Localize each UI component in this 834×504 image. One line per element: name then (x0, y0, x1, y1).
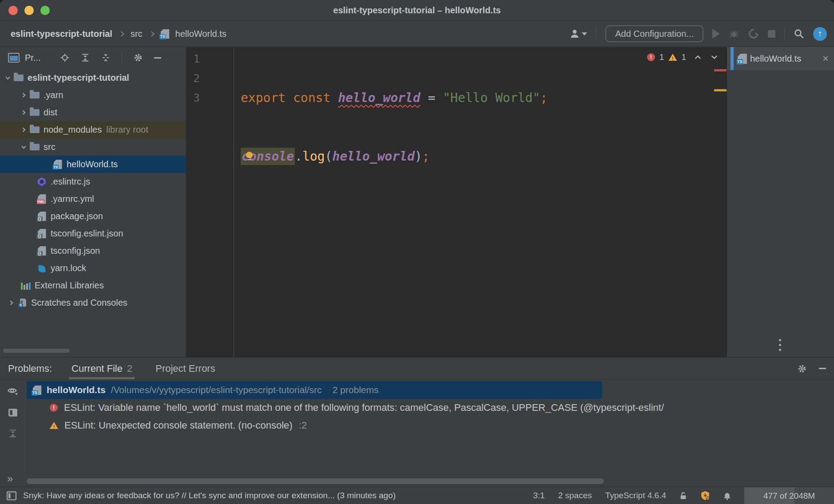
project-tool-icon (8, 53, 20, 63)
preview-pane-icon[interactable] (8, 408, 18, 417)
more-vertical-icon[interactable] (779, 339, 781, 351)
code-token-error: hello_world (338, 91, 420, 105)
problems-file-row[interactable]: TS helloWorld.ts /Volumes/v/yytypescript… (27, 381, 602, 399)
tree-item-node-modules[interactable]: node_modules library root (0, 121, 186, 138)
tree-item-label: tsconfig.json (51, 246, 100, 256)
caret-position[interactable]: 3:1 (533, 491, 544, 500)
bell-icon[interactable] (723, 492, 731, 500)
tree-item-package-json[interactable]: {} package.json (0, 208, 186, 225)
editor-gutter[interactable]: 1 2 3 (186, 47, 234, 357)
folder-icon (29, 125, 40, 135)
collapse-all-icon[interactable] (8, 429, 17, 437)
hide-panel-icon[interactable] (154, 57, 161, 59)
chevron-right-icon[interactable] (19, 125, 28, 135)
memory-indicator[interactable]: 477 of 2048M (744, 487, 834, 504)
breadcrumb-project[interactable]: eslint-typescript-tutorial (11, 29, 112, 39)
tree-item-yarn[interactable]: .yarn (0, 87, 186, 104)
problems-hscrollbar[interactable] (27, 478, 604, 484)
debug-icon[interactable] (729, 28, 739, 39)
update-icon[interactable]: ↑ (813, 27, 827, 41)
tree-item-yarn-lock[interactable]: yarn.lock (0, 260, 186, 277)
tab-project-errors[interactable]: Project Errors (155, 358, 215, 379)
tree-item-label: dist (44, 107, 57, 118)
next-problem-chevron-down-icon[interactable] (711, 55, 718, 60)
error-stripe-mark[interactable] (714, 69, 727, 71)
problems-count-label: 2 problems (333, 385, 379, 395)
status-message[interactable]: Snyk: Have any ideas or feedback for us?… (23, 491, 524, 500)
settings-gear-icon[interactable] (798, 364, 806, 373)
run-icon[interactable] (712, 29, 720, 39)
problems-body: » TS helloWorld.ts /Volumes/v/yytypescri… (0, 380, 834, 487)
problem-row-error[interactable]: ! ESLint: Variable name `hello_world` mu… (27, 399, 834, 417)
warning-icon (50, 422, 58, 429)
close-icon[interactable]: × (822, 54, 829, 63)
tree-item-label: eslint-typescript-tutorial (28, 73, 129, 83)
stop-icon[interactable] (768, 30, 775, 38)
tree-item-dist[interactable]: dist (0, 104, 186, 121)
chevron-down-icon[interactable] (19, 142, 28, 152)
code-line-1[interactable]: export const hello_world = "Hello World"… (241, 88, 727, 108)
collapse-all-icon[interactable] (101, 54, 110, 62)
warning-stripe-mark[interactable] (714, 89, 727, 91)
tab-current-file[interactable]: Current File 2 (71, 358, 132, 379)
chevron-right-icon (119, 31, 124, 37)
chevron-down-icon[interactable] (3, 73, 12, 83)
code-token-highlighted: console (241, 148, 295, 165)
code-line-2[interactable]: console.log(hello_world); (241, 147, 727, 166)
tree-item-label: External Libraries (35, 280, 104, 291)
coverage-icon[interactable] (748, 28, 759, 39)
user-menu[interactable] (569, 28, 587, 39)
expand-all-icon[interactable] (81, 54, 90, 62)
main-area: Pr... eslint-typescript-tutorial (0, 47, 834, 357)
chevron-right-icon[interactable] (19, 108, 28, 118)
memory-label: 477 of 2048M (744, 487, 834, 504)
inspections-widget[interactable]: ! 1 1 (647, 52, 718, 62)
tree-item-tsconfig[interactable]: {} tsconfig.json (0, 242, 186, 260)
tree-item-helloworld-ts[interactable]: TS helloWorld.ts (0, 156, 186, 173)
tree-item-external-libraries[interactable]: External Libraries (0, 277, 186, 294)
view-options-eye-icon[interactable] (7, 387, 19, 396)
hide-panel-icon[interactable] (819, 368, 826, 369)
search-icon[interactable] (794, 28, 804, 39)
tool-windows-icon[interactable] (6, 491, 17, 500)
chevron-right-icon[interactable] (19, 91, 28, 100)
show-more-icon[interactable]: » (7, 472, 12, 485)
code-token: ( (325, 149, 332, 164)
previous-problem-chevron-up-icon[interactable] (694, 55, 702, 60)
editor-tab-helloworld[interactable]: TS helloWorld.ts × (727, 47, 834, 70)
settings-gear-icon[interactable] (134, 53, 143, 62)
toolbar-separator (596, 27, 596, 40)
snyk-shield-icon[interactable] (700, 491, 710, 500)
problem-location: :2 (299, 420, 307, 431)
problems-file-name: helloWorld.ts (47, 385, 106, 395)
lightbulb-icon[interactable] (246, 152, 253, 158)
tree-item-label: tsconfig.eslint.json (51, 228, 123, 239)
tree-item-project-root[interactable]: eslint-typescript-tutorial (0, 69, 186, 87)
tree-item-label: Scratches and Consoles (31, 298, 127, 308)
breadcrumb-folder[interactable]: src (131, 29, 143, 39)
chevron-right-icon[interactable] (6, 298, 16, 308)
project-hscrollbar[interactable] (3, 349, 70, 353)
tree-item-yarnrc[interactable]: YML .yarnrc.yml (0, 190, 186, 208)
locate-icon[interactable] (60, 53, 69, 62)
breadcrumb-file[interactable]: helloWorld.ts (175, 29, 226, 39)
tree-item-eslintrc[interactable]: .eslintrc.js (0, 173, 186, 190)
problem-row-warning[interactable]: ESLint: Unexpected console statement. (n… (27, 417, 834, 434)
add-configuration-button[interactable]: Add Configuration... (605, 25, 703, 42)
editor-code-area[interactable]: export const hello_world = "Hello World"… (234, 47, 727, 357)
folder-icon (29, 108, 40, 118)
tree-item-src[interactable]: src (0, 138, 186, 156)
tab-label: Project Errors (155, 363, 215, 374)
typescript-version[interactable]: TypeScript 4.6.4 (605, 491, 666, 500)
lock-icon[interactable] (679, 492, 687, 500)
scratches-icon (17, 298, 28, 308)
chevron-right-icon (149, 31, 155, 37)
tree-item-scratches[interactable]: Scratches and Consoles (0, 294, 186, 311)
project-panel-title[interactable]: Pr... (25, 53, 41, 63)
error-count: 1 (659, 52, 664, 62)
indent-setting[interactable]: 2 spaces (558, 491, 592, 500)
line-number: 2 (193, 69, 234, 88)
tree-item-tsconfig-eslint[interactable]: {} tsconfig.eslint.json (0, 225, 186, 242)
code-editor[interactable]: 1 2 3 export const hello_world = "Hello … (186, 47, 727, 357)
toolbar-separator (784, 27, 785, 40)
